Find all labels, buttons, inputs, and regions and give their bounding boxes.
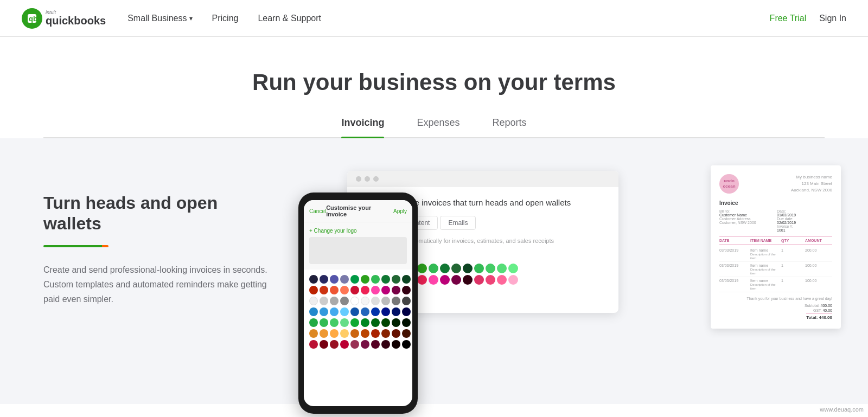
color-swatch[interactable] xyxy=(320,318,328,327)
nav-small-business[interactable]: Small Business ▾ xyxy=(127,14,192,23)
color-swatch[interactable] xyxy=(350,297,359,305)
watermark: www.deuaq.com xyxy=(820,406,864,413)
color-swatch[interactable] xyxy=(392,275,400,284)
color-swatch[interactable] xyxy=(361,340,369,349)
phone-color-row-6 xyxy=(309,329,407,338)
color-swatch[interactable] xyxy=(320,297,328,305)
color-swatch[interactable] xyxy=(320,307,328,316)
free-trial-link[interactable]: Free Trial xyxy=(770,14,807,23)
nav-learn-support[interactable]: Learn & Support xyxy=(258,14,321,23)
color-swatch[interactable] xyxy=(350,275,359,284)
color-swatch[interactable] xyxy=(309,329,318,338)
invoice-doc-header: undo ocean My business name 123 Main Str… xyxy=(719,174,832,194)
color-swatch[interactable] xyxy=(350,329,359,338)
color-swatch[interactable] xyxy=(381,307,390,316)
color-swatch[interactable] xyxy=(330,286,339,294)
color-swatch[interactable] xyxy=(371,307,380,316)
color-swatch[interactable] xyxy=(381,340,390,349)
color-swatch[interactable] xyxy=(320,286,328,294)
phone-color-row-4 xyxy=(309,307,407,316)
phone-apply[interactable]: Apply xyxy=(393,208,407,214)
color-swatch[interactable] xyxy=(392,286,400,294)
color-swatch[interactable] xyxy=(392,329,400,338)
color-swatch[interactable] xyxy=(330,318,339,327)
logo[interactable]: qb intuit quickbooks xyxy=(22,8,106,29)
color-swatch[interactable] xyxy=(309,318,318,327)
color-swatch[interactable] xyxy=(381,286,390,294)
color-swatch[interactable] xyxy=(402,329,411,338)
phone-cancel[interactable]: Cancel xyxy=(309,208,326,214)
hero-title: Run your business on your terms xyxy=(22,69,846,95)
color-swatch[interactable] xyxy=(402,286,411,294)
color-swatch[interactable] xyxy=(402,307,411,316)
color-swatch[interactable] xyxy=(402,340,411,349)
logo-icon: qb xyxy=(22,8,42,29)
color-swatch[interactable] xyxy=(402,297,411,305)
color-swatch[interactable] xyxy=(371,340,380,349)
tab-invoicing[interactable]: Invoicing xyxy=(341,117,384,137)
chevron-down-icon: ▾ xyxy=(189,15,193,22)
phone-logo-section: + Change your logo xyxy=(304,222,412,270)
color-swatch[interactable] xyxy=(361,297,369,305)
tab-reports[interactable]: Reports xyxy=(493,117,527,137)
phone-color-row-2 xyxy=(309,286,407,294)
color-swatch[interactable] xyxy=(309,307,318,316)
nav-pricing[interactable]: Pricing xyxy=(212,14,239,23)
color-swatch[interactable] xyxy=(330,275,339,284)
invoice-th-date: DATE xyxy=(719,239,748,242)
color-swatch[interactable] xyxy=(371,318,380,327)
divider-line xyxy=(43,245,108,247)
color-swatch[interactable] xyxy=(330,329,339,338)
color-swatch[interactable] xyxy=(330,340,339,349)
color-swatch[interactable] xyxy=(340,329,349,338)
content-left: Turn heads and open wallets Create and s… xyxy=(43,160,271,328)
color-swatch[interactable] xyxy=(330,297,339,305)
color-swatch[interactable] xyxy=(340,286,349,294)
browser-tab-emails[interactable]: Emails xyxy=(440,216,476,230)
color-swatch[interactable] xyxy=(402,318,411,327)
color-swatch[interactable] xyxy=(381,297,390,305)
color-swatch[interactable] xyxy=(361,307,369,316)
color-swatch[interactable] xyxy=(392,318,400,327)
color-swatch[interactable] xyxy=(392,340,400,349)
color-swatch[interactable] xyxy=(340,318,349,327)
invoice-th-amount: AMOUNT xyxy=(805,239,832,242)
color-swatch[interactable] xyxy=(350,340,359,349)
invoice-table-header: DATE ITEM NAME QTY AMOUNT xyxy=(719,236,832,245)
color-swatch[interactable] xyxy=(340,340,349,349)
color-swatch[interactable] xyxy=(309,275,318,284)
phone-header: Cancel Customise your invoice Apply xyxy=(304,200,412,222)
color-swatch[interactable] xyxy=(392,307,400,316)
color-swatch[interactable] xyxy=(330,307,339,316)
color-swatch[interactable] xyxy=(371,297,380,305)
color-swatch[interactable] xyxy=(350,307,359,316)
color-swatch[interactable] xyxy=(381,329,390,338)
color-swatch[interactable] xyxy=(392,297,400,305)
color-swatch[interactable] xyxy=(309,297,318,305)
color-swatch[interactable] xyxy=(402,275,411,284)
tab-expenses[interactable]: Expenses xyxy=(417,117,459,137)
color-swatch[interactable] xyxy=(320,340,328,349)
color-swatch[interactable] xyxy=(361,275,369,284)
sign-in-link[interactable]: Sign In xyxy=(819,14,846,23)
color-swatch[interactable] xyxy=(361,286,369,294)
color-swatch[interactable] xyxy=(350,286,359,294)
color-swatch[interactable] xyxy=(340,297,349,305)
color-swatch[interactable] xyxy=(309,340,318,349)
color-swatch[interactable] xyxy=(371,275,380,284)
color-swatch[interactable] xyxy=(320,275,328,284)
color-swatch[interactable] xyxy=(371,286,380,294)
color-swatch[interactable] xyxy=(381,318,390,327)
phone-title: Customise your invoice xyxy=(326,204,393,217)
color-swatch[interactable] xyxy=(340,307,349,316)
color-swatch[interactable] xyxy=(381,275,390,284)
color-swatch[interactable] xyxy=(350,318,359,327)
color-swatch[interactable] xyxy=(361,329,369,338)
phone-logo-label[interactable]: + Change your logo xyxy=(309,228,407,234)
color-swatch[interactable] xyxy=(320,329,328,338)
browser-bar xyxy=(347,171,618,187)
color-swatch[interactable] xyxy=(371,329,380,338)
color-swatch[interactable] xyxy=(340,275,349,284)
color-swatch[interactable] xyxy=(361,318,369,327)
color-swatch[interactable] xyxy=(309,286,318,294)
